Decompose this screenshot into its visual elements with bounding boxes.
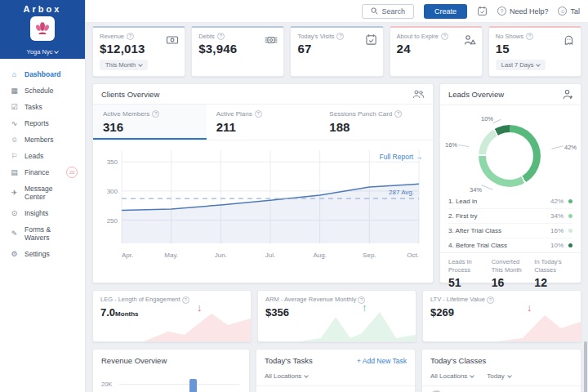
- location-switcher[interactable]: Yoga Nyc: [27, 48, 59, 56]
- dashboard-app: Search Create ? Need Help? ☺ Tal Arbox: [0, 0, 588, 392]
- svg-text:Apr.: Apr.: [122, 252, 133, 259]
- legend-row-first-try[interactable]: 2. First try34%: [448, 209, 572, 224]
- money-wings-icon: [265, 33, 278, 47]
- question-icon: ?: [497, 7, 506, 16]
- ghost-icon: [563, 33, 575, 46]
- y-axis-tick: 20K: [101, 381, 112, 388]
- sidebar-item-insights[interactable]: ⊙Insights: [0, 205, 85, 221]
- sidebar-item-forms-waivers[interactable]: ✎Forms & Waivers: [0, 221, 85, 246]
- metric-card-ltv: LTV - Lifetime Value ? $269 ↓: [422, 290, 581, 342]
- sidebar-item-settings[interactable]: ⚙Settings: [0, 246, 85, 262]
- sidebar-item-members[interactable]: ☺Members: [0, 131, 85, 148]
- donut-label: 42%: [564, 144, 577, 151]
- leads-overview-title: Leads Overview: [448, 90, 504, 99]
- metric-card-leg: LEG - Length of Engagement ? 7.0Months ↓: [92, 290, 252, 342]
- message-icon: ✈: [10, 189, 19, 197]
- svg-text:300: 300: [107, 188, 118, 195]
- bottom-row: Revenue Overview 20K Today's Tasks + Add…: [92, 349, 581, 392]
- donut-ring: [479, 125, 541, 187]
- donut-connector: [492, 119, 501, 123]
- svg-text:350: 350: [107, 158, 118, 166]
- calendar-check-icon[interactable]: [477, 6, 488, 16]
- tasks-icon: ☑: [10, 103, 19, 111]
- help-icon[interactable]: ?: [182, 296, 189, 304]
- sidebar-item-finance[interactable]: ▤Finance20: [0, 164, 85, 180]
- classes-location-dropdown[interactable]: All Locations: [430, 372, 474, 380]
- need-help[interactable]: ? Need Help?: [497, 7, 549, 16]
- svg-text:250: 250: [107, 217, 118, 225]
- legend-row-after-trial-class[interactable]: 3. After Trial Class16%: [448, 224, 572, 238]
- add-new-task-link[interactable]: + Add New Task: [357, 357, 407, 365]
- help-icon[interactable]: ?: [526, 33, 533, 40]
- tab-value: 188: [329, 120, 423, 134]
- leads-donut-chart: 42%34%16%10%: [440, 105, 581, 194]
- svg-text:287 Avg.: 287 Avg.: [389, 189, 414, 196]
- user-menu[interactable]: ☺ Tal: [558, 7, 580, 16]
- kpi-card-debts: Debts? $3,946: [191, 26, 284, 77]
- arm-sparkline: [257, 305, 416, 341]
- legend-dot: [568, 229, 572, 233]
- create-button[interactable]: Create: [424, 4, 467, 19]
- clients-tabs: Active Members? 316 Active Plans? 211 Se…: [93, 105, 433, 140]
- search-button[interactable]: Search: [362, 4, 414, 19]
- legend-row-lead-in[interactable]: 1. Lead in42%: [448, 194, 572, 209]
- tab-value: 316: [103, 120, 197, 134]
- revenue-overview-title: Revenue Overview: [101, 356, 241, 365]
- members-icon: [412, 89, 425, 99]
- calendar-icon: ▦: [10, 87, 19, 95]
- sidebar-item-reports[interactable]: ∿Reports: [0, 115, 85, 131]
- sidebar-item-leads[interactable]: ⚐Leads: [0, 148, 85, 164]
- kpi-label: About to Expire: [397, 33, 439, 40]
- legend-row-before-trial-class[interactable]: 4. Before Trial Class10%: [448, 238, 572, 252]
- members-icon: ☺: [10, 136, 19, 144]
- help-icon[interactable]: ?: [441, 33, 448, 40]
- tasks-location-dropdown[interactable]: All Locations: [265, 372, 308, 380]
- kpi-card-revenue: Revenue? $12,013 This Month: [92, 26, 185, 77]
- todays-classes-panel: Today's Classes All Locations Today Asht…: [421, 349, 581, 392]
- svg-text:Aug.: Aug.: [313, 252, 326, 259]
- clients-overview-panel: Clients Overview Active Members? 316 Act…: [92, 83, 434, 283]
- revenue-period-dropdown[interactable]: This Month: [100, 60, 148, 70]
- sidebar-item-tasks[interactable]: ☑Tasks: [0, 99, 85, 115]
- help-icon[interactable]: ?: [127, 33, 134, 40]
- classes-day-dropdown[interactable]: Today: [487, 372, 510, 380]
- chevron-down-icon: [470, 373, 475, 378]
- settings-icon: ⚙: [10, 250, 19, 258]
- search-button-label: Search: [381, 7, 405, 16]
- cash-icon: [166, 33, 179, 47]
- kpi-label: Today's Visits: [297, 33, 334, 40]
- main-content: Revenue? $12,013 This Month Debts? $3,94…: [86, 23, 588, 392]
- no-shows-period-dropdown[interactable]: Last 7 Days: [496, 60, 546, 70]
- sidebar: Arbox Yoga Nyc ⌂Dashboard▦Schedule☑Tasks…: [0, 0, 86, 392]
- scrollbar-thumb[interactable]: [584, 341, 587, 392]
- kpi-card-todays-visits: Today's Visits? 67: [290, 26, 383, 77]
- legend-dot: [568, 214, 572, 218]
- sidebar-menu: ⌂Dashboard▦Schedule☑Tasks∿Reports☺Member…: [0, 59, 85, 262]
- revenue-overview-panel: Revenue Overview 20K: [92, 349, 250, 392]
- calendar-check-icon: [365, 33, 377, 46]
- overview-row: Clients Overview Active Members? 316 Act…: [92, 83, 581, 283]
- leg-sparkline: [92, 305, 251, 341]
- tab-active-members[interactable]: Active Members? 316: [93, 105, 207, 140]
- help-icon[interactable]: ?: [487, 296, 494, 304]
- help-icon: ?: [152, 110, 159, 118]
- sidebar-item-schedule[interactable]: ▦Schedule: [0, 82, 85, 99]
- help-icon[interactable]: ?: [336, 33, 344, 40]
- donut-label: 34%: [470, 186, 482, 194]
- help-icon: ?: [394, 110, 402, 118]
- help-icon[interactable]: ?: [217, 33, 225, 40]
- need-help-label: Need Help?: [510, 7, 549, 16]
- search-icon: [371, 7, 378, 15]
- sidebar-brand: Arbox Yoga Nyc: [0, 0, 85, 59]
- svg-text:Jun.: Jun.: [215, 252, 227, 259]
- tab-sessions-punch-card[interactable]: Sessions Punch Card? 188: [319, 105, 433, 140]
- location-name: Yoga Nyc: [27, 48, 53, 56]
- todays-classes-title: Today's Classes: [430, 356, 572, 365]
- full-report-link[interactable]: Full Report →: [380, 153, 422, 161]
- sidebar-item-dashboard[interactable]: ⌂Dashboard: [0, 66, 85, 82]
- leads-overview-panel: Leads Overview 42%34%16%10% 1. Lead in42…: [439, 83, 581, 283]
- tab-active-plans[interactable]: Active Plans? 211: [207, 105, 320, 140]
- user-name: Tal: [570, 7, 580, 16]
- donut-label: 10%: [481, 115, 493, 122]
- sidebar-item-message-center[interactable]: ✈Message Center: [0, 180, 85, 205]
